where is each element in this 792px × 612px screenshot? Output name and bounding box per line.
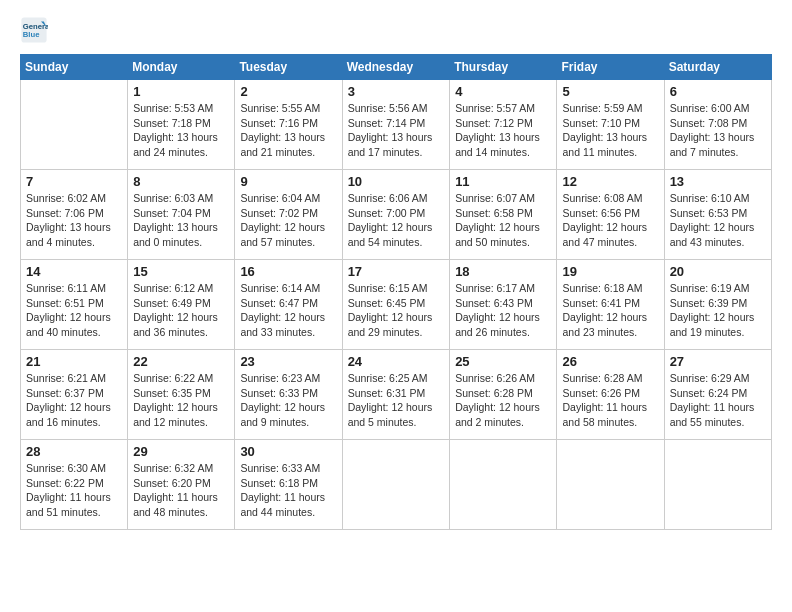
day-info: Sunrise: 5:57 AMSunset: 7:12 PMDaylight:… bbox=[455, 101, 551, 160]
svg-text:Blue: Blue bbox=[23, 30, 40, 39]
day-number: 2 bbox=[240, 84, 336, 99]
calendar-week-1: 1Sunrise: 5:53 AMSunset: 7:18 PMDaylight… bbox=[21, 80, 772, 170]
day-number: 23 bbox=[240, 354, 336, 369]
day-info: Sunrise: 6:19 AMSunset: 6:39 PMDaylight:… bbox=[670, 281, 766, 340]
day-number: 20 bbox=[670, 264, 766, 279]
day-info: Sunrise: 5:55 AMSunset: 7:16 PMDaylight:… bbox=[240, 101, 336, 160]
calendar-header-thursday: Thursday bbox=[450, 55, 557, 80]
calendar-cell: 23Sunrise: 6:23 AMSunset: 6:33 PMDayligh… bbox=[235, 350, 342, 440]
calendar-cell: 3Sunrise: 5:56 AMSunset: 7:14 PMDaylight… bbox=[342, 80, 450, 170]
calendar-cell: 19Sunrise: 6:18 AMSunset: 6:41 PMDayligh… bbox=[557, 260, 664, 350]
logo: General Blue bbox=[20, 16, 52, 44]
day-info: Sunrise: 6:17 AMSunset: 6:43 PMDaylight:… bbox=[455, 281, 551, 340]
day-number: 17 bbox=[348, 264, 445, 279]
calendar-cell: 28Sunrise: 6:30 AMSunset: 6:22 PMDayligh… bbox=[21, 440, 128, 530]
day-info: Sunrise: 6:28 AMSunset: 6:26 PMDaylight:… bbox=[562, 371, 658, 430]
calendar-cell: 8Sunrise: 6:03 AMSunset: 7:04 PMDaylight… bbox=[128, 170, 235, 260]
day-number: 10 bbox=[348, 174, 445, 189]
calendar-cell: 29Sunrise: 6:32 AMSunset: 6:20 PMDayligh… bbox=[128, 440, 235, 530]
calendar-cell: 11Sunrise: 6:07 AMSunset: 6:58 PMDayligh… bbox=[450, 170, 557, 260]
calendar-cell: 6Sunrise: 6:00 AMSunset: 7:08 PMDaylight… bbox=[664, 80, 771, 170]
calendar-header-saturday: Saturday bbox=[664, 55, 771, 80]
calendar-header-wednesday: Wednesday bbox=[342, 55, 450, 80]
calendar-cell: 12Sunrise: 6:08 AMSunset: 6:56 PMDayligh… bbox=[557, 170, 664, 260]
calendar-cell: 4Sunrise: 5:57 AMSunset: 7:12 PMDaylight… bbox=[450, 80, 557, 170]
day-info: Sunrise: 5:59 AMSunset: 7:10 PMDaylight:… bbox=[562, 101, 658, 160]
calendar-cell: 24Sunrise: 6:25 AMSunset: 6:31 PMDayligh… bbox=[342, 350, 450, 440]
day-number: 11 bbox=[455, 174, 551, 189]
day-info: Sunrise: 6:07 AMSunset: 6:58 PMDaylight:… bbox=[455, 191, 551, 250]
day-number: 5 bbox=[562, 84, 658, 99]
calendar-cell: 18Sunrise: 6:17 AMSunset: 6:43 PMDayligh… bbox=[450, 260, 557, 350]
day-info: Sunrise: 6:08 AMSunset: 6:56 PMDaylight:… bbox=[562, 191, 658, 250]
calendar-week-3: 14Sunrise: 6:11 AMSunset: 6:51 PMDayligh… bbox=[21, 260, 772, 350]
calendar-cell: 9Sunrise: 6:04 AMSunset: 7:02 PMDaylight… bbox=[235, 170, 342, 260]
day-info: Sunrise: 6:04 AMSunset: 7:02 PMDaylight:… bbox=[240, 191, 336, 250]
day-number: 15 bbox=[133, 264, 229, 279]
day-number: 3 bbox=[348, 84, 445, 99]
calendar-cell bbox=[450, 440, 557, 530]
calendar-cell: 25Sunrise: 6:26 AMSunset: 6:28 PMDayligh… bbox=[450, 350, 557, 440]
day-number: 18 bbox=[455, 264, 551, 279]
day-number: 21 bbox=[26, 354, 122, 369]
calendar-cell: 10Sunrise: 6:06 AMSunset: 7:00 PMDayligh… bbox=[342, 170, 450, 260]
calendar-cell: 20Sunrise: 6:19 AMSunset: 6:39 PMDayligh… bbox=[664, 260, 771, 350]
calendar-header-row: SundayMondayTuesdayWednesdayThursdayFrid… bbox=[21, 55, 772, 80]
calendar-cell: 26Sunrise: 6:28 AMSunset: 6:26 PMDayligh… bbox=[557, 350, 664, 440]
calendar-header-sunday: Sunday bbox=[21, 55, 128, 80]
calendar-header-monday: Monday bbox=[128, 55, 235, 80]
day-number: 26 bbox=[562, 354, 658, 369]
day-number: 1 bbox=[133, 84, 229, 99]
calendar-cell bbox=[557, 440, 664, 530]
day-info: Sunrise: 6:10 AMSunset: 6:53 PMDaylight:… bbox=[670, 191, 766, 250]
day-number: 25 bbox=[455, 354, 551, 369]
calendar-cell: 5Sunrise: 5:59 AMSunset: 7:10 PMDaylight… bbox=[557, 80, 664, 170]
day-info: Sunrise: 6:06 AMSunset: 7:00 PMDaylight:… bbox=[348, 191, 445, 250]
calendar-cell: 27Sunrise: 6:29 AMSunset: 6:24 PMDayligh… bbox=[664, 350, 771, 440]
calendar-header-tuesday: Tuesday bbox=[235, 55, 342, 80]
day-info: Sunrise: 6:21 AMSunset: 6:37 PMDaylight:… bbox=[26, 371, 122, 430]
calendar-cell: 30Sunrise: 6:33 AMSunset: 6:18 PMDayligh… bbox=[235, 440, 342, 530]
day-info: Sunrise: 5:56 AMSunset: 7:14 PMDaylight:… bbox=[348, 101, 445, 160]
day-info: Sunrise: 6:15 AMSunset: 6:45 PMDaylight:… bbox=[348, 281, 445, 340]
day-info: Sunrise: 6:14 AMSunset: 6:47 PMDaylight:… bbox=[240, 281, 336, 340]
day-info: Sunrise: 5:53 AMSunset: 7:18 PMDaylight:… bbox=[133, 101, 229, 160]
day-number: 13 bbox=[670, 174, 766, 189]
day-number: 29 bbox=[133, 444, 229, 459]
day-info: Sunrise: 6:25 AMSunset: 6:31 PMDaylight:… bbox=[348, 371, 445, 430]
calendar-header-friday: Friday bbox=[557, 55, 664, 80]
calendar-week-4: 21Sunrise: 6:21 AMSunset: 6:37 PMDayligh… bbox=[21, 350, 772, 440]
calendar-cell: 2Sunrise: 5:55 AMSunset: 7:16 PMDaylight… bbox=[235, 80, 342, 170]
calendar-cell: 14Sunrise: 6:11 AMSunset: 6:51 PMDayligh… bbox=[21, 260, 128, 350]
day-info: Sunrise: 6:02 AMSunset: 7:06 PMDaylight:… bbox=[26, 191, 122, 250]
calendar-cell bbox=[21, 80, 128, 170]
day-info: Sunrise: 6:30 AMSunset: 6:22 PMDaylight:… bbox=[26, 461, 122, 520]
day-info: Sunrise: 6:29 AMSunset: 6:24 PMDaylight:… bbox=[670, 371, 766, 430]
calendar-cell bbox=[342, 440, 450, 530]
day-info: Sunrise: 6:11 AMSunset: 6:51 PMDaylight:… bbox=[26, 281, 122, 340]
day-info: Sunrise: 6:22 AMSunset: 6:35 PMDaylight:… bbox=[133, 371, 229, 430]
day-number: 8 bbox=[133, 174, 229, 189]
calendar-cell: 21Sunrise: 6:21 AMSunset: 6:37 PMDayligh… bbox=[21, 350, 128, 440]
day-number: 22 bbox=[133, 354, 229, 369]
day-info: Sunrise: 6:18 AMSunset: 6:41 PMDaylight:… bbox=[562, 281, 658, 340]
day-number: 30 bbox=[240, 444, 336, 459]
day-number: 14 bbox=[26, 264, 122, 279]
calendar-cell: 16Sunrise: 6:14 AMSunset: 6:47 PMDayligh… bbox=[235, 260, 342, 350]
day-number: 28 bbox=[26, 444, 122, 459]
day-info: Sunrise: 6:03 AMSunset: 7:04 PMDaylight:… bbox=[133, 191, 229, 250]
calendar-cell: 1Sunrise: 5:53 AMSunset: 7:18 PMDaylight… bbox=[128, 80, 235, 170]
day-info: Sunrise: 6:33 AMSunset: 6:18 PMDaylight:… bbox=[240, 461, 336, 520]
day-number: 12 bbox=[562, 174, 658, 189]
day-number: 9 bbox=[240, 174, 336, 189]
day-info: Sunrise: 6:00 AMSunset: 7:08 PMDaylight:… bbox=[670, 101, 766, 160]
day-info: Sunrise: 6:26 AMSunset: 6:28 PMDaylight:… bbox=[455, 371, 551, 430]
day-number: 27 bbox=[670, 354, 766, 369]
calendar-table: SundayMondayTuesdayWednesdayThursdayFrid… bbox=[20, 54, 772, 530]
calendar-cell: 13Sunrise: 6:10 AMSunset: 6:53 PMDayligh… bbox=[664, 170, 771, 260]
calendar-week-2: 7Sunrise: 6:02 AMSunset: 7:06 PMDaylight… bbox=[21, 170, 772, 260]
day-number: 19 bbox=[562, 264, 658, 279]
day-number: 4 bbox=[455, 84, 551, 99]
day-number: 6 bbox=[670, 84, 766, 99]
day-info: Sunrise: 6:23 AMSunset: 6:33 PMDaylight:… bbox=[240, 371, 336, 430]
